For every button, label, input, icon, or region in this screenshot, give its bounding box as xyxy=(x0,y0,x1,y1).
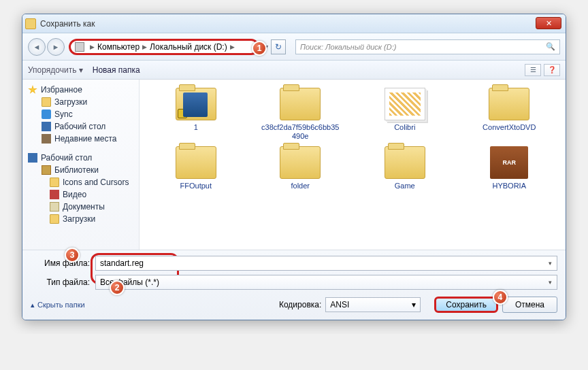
search-input[interactable]: Поиск: Локальный диск (D:) 🔍 xyxy=(295,39,560,54)
star-icon xyxy=(28,85,37,95)
chevron-right-icon: ▶ xyxy=(142,44,147,50)
organize-menu[interactable]: Упорядочить ▾ xyxy=(28,65,83,75)
sidebar: Избранное Загрузки Sync Рабочий стол Нед… xyxy=(22,80,140,250)
folder-icon xyxy=(176,88,216,120)
filetype-value xyxy=(96,275,557,289)
document-icon xyxy=(50,202,59,212)
view-mode-button[interactable]: ☰ xyxy=(525,64,541,76)
libraries-icon xyxy=(42,165,51,175)
folder-icon xyxy=(385,146,425,179)
titlebar: Сохранить как ✕ xyxy=(22,14,566,33)
list-item[interactable]: 1 xyxy=(145,88,247,141)
crumb-computer[interactable]: Компьютер xyxy=(97,42,140,52)
chevron-down-icon[interactable]: ▾ xyxy=(544,277,555,288)
sidebar-desktop2[interactable]: Рабочий стол xyxy=(24,152,137,164)
list-item[interactable]: ConvertXtoDVD xyxy=(459,88,561,141)
sidebar-desktop[interactable]: Рабочий стол xyxy=(24,120,137,133)
search-icon: 🔍 xyxy=(546,42,555,51)
list-item[interactable]: Colibri xyxy=(354,88,456,141)
help-button[interactable]: ❓ xyxy=(544,64,560,76)
folder-preview-icon xyxy=(385,88,425,120)
new-folder-button[interactable]: Новая папка xyxy=(93,65,140,75)
window-icon xyxy=(25,18,36,29)
chevron-right-icon: ▶ xyxy=(90,44,95,50)
lock-icon xyxy=(178,109,187,118)
save-as-dialog: Сохранить как ✕ ◄ ► ▶ Компьютер ▶ Локаль… xyxy=(22,14,566,320)
crumb-disk[interactable]: Локальный диск (D:) xyxy=(150,42,227,52)
callout-2: 2 xyxy=(110,280,125,295)
navbar: ◄ ► ▶ Компьютер ▶ Локальный диск (D:) ▶ … xyxy=(22,33,566,61)
chevron-up-icon: ▴ xyxy=(31,301,35,309)
callout-4: 4 xyxy=(493,290,508,305)
sidebar-libraries[interactable]: Библиотеки xyxy=(24,164,137,176)
list-item[interactable]: Game xyxy=(354,146,456,190)
body: Избранное Загрузки Sync Рабочий стол Нед… xyxy=(22,80,566,250)
folder-icon xyxy=(42,97,51,107)
desktop-icon xyxy=(28,153,37,163)
video-icon xyxy=(50,190,59,199)
list-item[interactable]: FFOutput xyxy=(145,146,247,190)
encoding-label: Кодировка: xyxy=(279,300,325,309)
sidebar-video[interactable]: Видео xyxy=(24,188,137,201)
sidebar-documents[interactable]: Документы xyxy=(24,201,137,213)
filename-input[interactable] xyxy=(96,256,557,270)
callout-3: 3 xyxy=(65,248,80,263)
refresh-button[interactable]: ↻ xyxy=(271,39,286,54)
filetype-label: Тип файла: xyxy=(31,278,95,287)
encoding-combo[interactable]: ANSI ▾ xyxy=(325,297,421,312)
sidebar-recent[interactable]: Недавние места xyxy=(24,133,137,145)
breadcrumb[interactable]: ▶ Компьютер ▶ Локальный диск (D:) ▶ 1 xyxy=(69,39,259,55)
chevron-right-icon: ▶ xyxy=(230,44,235,50)
toolbar: Упорядочить ▾ Новая папка ☰ ❓ xyxy=(22,61,566,80)
sync-icon xyxy=(42,110,51,119)
drive-icon xyxy=(75,42,84,52)
sidebar-icons[interactable]: Icons and Cursors xyxy=(24,176,137,188)
chevron-down-icon[interactable]: ▾ xyxy=(544,258,555,269)
filetype-combo[interactable]: ▾ xyxy=(95,275,557,290)
file-list[interactable]: 1 c38cf2da7f59b6c6bb35490e Colibri Conve… xyxy=(140,80,566,250)
search-placeholder: Поиск: Локальный диск (D:) xyxy=(300,43,396,51)
filename-label: Имя файла: xyxy=(31,258,95,268)
chevron-down-icon: ▾ xyxy=(412,300,416,309)
recent-icon xyxy=(42,134,51,144)
close-button[interactable]: ✕ xyxy=(536,17,561,29)
folder-icon xyxy=(50,178,59,187)
cancel-button[interactable]: Отмена xyxy=(502,297,557,313)
sidebar-favorites[interactable]: Избранное xyxy=(24,84,137,96)
list-item[interactable]: c38cf2da7f59b6c6bb35490e xyxy=(250,88,352,141)
list-item[interactable]: folder xyxy=(250,146,352,190)
sidebar-sync[interactable]: Sync xyxy=(24,108,137,120)
folder-icon xyxy=(280,88,321,120)
folder-icon xyxy=(489,88,529,120)
nav-forward-button[interactable]: ► xyxy=(47,38,65,56)
desktop-icon xyxy=(42,122,51,131)
folder-icon xyxy=(280,146,321,179)
filename-field-wrap: ▾ xyxy=(95,256,557,271)
rar-icon: RAR xyxy=(490,146,528,179)
bottom-panel: 3 2 Имя файла: ▾ Тип файла: ▾ ▴ Скрыть п… xyxy=(22,250,566,320)
save-button[interactable]: Сохранить xyxy=(434,297,498,313)
window-title: Сохранить как xyxy=(40,19,95,29)
list-item[interactable]: RARHYBORIA xyxy=(459,146,561,190)
sidebar-downloads2[interactable]: Загрузки xyxy=(24,213,137,225)
hide-folders-link[interactable]: ▴ Скрыть папки xyxy=(31,301,85,309)
sidebar-downloads[interactable]: Загрузки xyxy=(24,96,137,108)
nav-back-button[interactable]: ◄ xyxy=(28,38,46,56)
folder-icon xyxy=(176,146,216,179)
folder-icon xyxy=(50,214,59,224)
callout-1: 1 xyxy=(252,41,267,56)
